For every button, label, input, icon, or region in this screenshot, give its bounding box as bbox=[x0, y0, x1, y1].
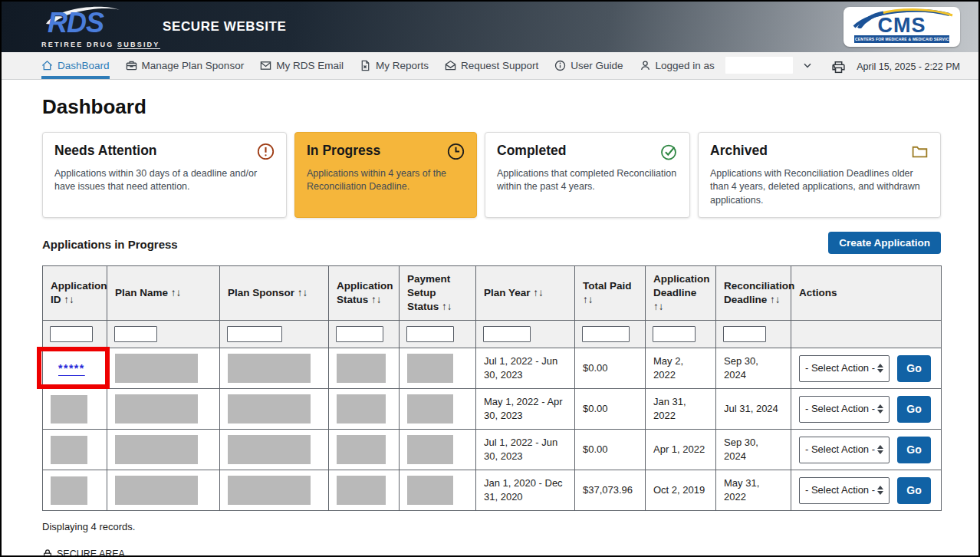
column-header-plan-sponsor[interactable]: Plan Sponsor ↑↓ bbox=[220, 265, 329, 321]
go-button[interactable]: Go bbox=[897, 396, 931, 423]
sort-icon: ↑↓ bbox=[64, 294, 74, 305]
check-circle-icon bbox=[660, 143, 678, 160]
card-needs-attention[interactable]: Needs Attention Applications within 30 d… bbox=[42, 132, 287, 218]
application-deadline-cell: Oct 2, 2019 bbox=[646, 470, 716, 511]
rds-logo: RDS Retiree Drug Subsidy bbox=[41, 5, 126, 48]
nav-item-label: Manage Plan Sponsor bbox=[142, 60, 245, 71]
card-description: Applications that completed Reconciliati… bbox=[497, 167, 678, 194]
column-header-application-status[interactable]: Application Status ↑↓ bbox=[329, 265, 400, 321]
card-title: Needs Attention bbox=[54, 143, 157, 159]
filter-input-plan-year[interactable] bbox=[483, 326, 531, 342]
cms-logo: CMS CENTERS FOR MEDICARE & MEDICAID SERV… bbox=[844, 7, 960, 47]
select-action-dropdown[interactable]: - Select Action - bbox=[799, 437, 890, 463]
nav-item-label: User Guide bbox=[571, 60, 623, 71]
card-in-progress[interactable]: In Progress Applications within 4 years … bbox=[294, 132, 477, 218]
nav-item-my-reports[interactable]: My Reports bbox=[360, 52, 429, 79]
table-row: Jan 1, 2020 - Dec 31, 2020 $37,073.96 Oc… bbox=[43, 470, 942, 511]
nav-item-my-rds-email[interactable]: My RDS Email bbox=[260, 52, 344, 79]
filter-input-application-status[interactable] bbox=[336, 326, 383, 342]
card-completed[interactable]: Completed Applications that completed Re… bbox=[485, 132, 690, 218]
sort-icon: ↑↓ bbox=[533, 287, 544, 298]
table-header-row: Application ID ↑↓ Plan Name ↑↓ Plan Spon… bbox=[43, 265, 942, 321]
nav-item-dashboard[interactable]: DashBoard bbox=[41, 52, 110, 79]
page-title: Dashboard bbox=[42, 95, 941, 119]
nav-item-request-support[interactable]: Request Support bbox=[445, 52, 538, 79]
briefcase-icon bbox=[126, 60, 137, 71]
application-id-link[interactable]: ***** bbox=[58, 361, 85, 376]
clock-icon bbox=[447, 143, 465, 160]
filter-input-plan-name[interactable] bbox=[114, 326, 157, 342]
column-header-actions: Actions bbox=[791, 265, 942, 321]
redacted-application-id bbox=[51, 476, 87, 505]
go-button[interactable]: Go bbox=[897, 355, 931, 382]
column-header-total-paid[interactable]: Total Paid ↑↓ bbox=[575, 265, 646, 321]
rds-secure-website-screen: RDS Retiree Drug Subsidy SECURE WEBSITE … bbox=[0, 0, 980, 557]
sort-icon: ↑↓ bbox=[653, 301, 664, 312]
redacted-application-status bbox=[337, 394, 386, 424]
card-description: Applications within 4 years of the Recon… bbox=[307, 167, 465, 194]
redacted-plan-sponsor bbox=[228, 476, 311, 505]
print-button[interactable] bbox=[831, 60, 846, 74]
top-banner: RDS Retiree Drug Subsidy SECURE WEBSITE … bbox=[2, 2, 978, 52]
plan-year-cell: Jul 1, 2022 - Jun 30, 2023 bbox=[476, 430, 575, 470]
select-action-dropdown[interactable]: - Select Action - bbox=[799, 396, 890, 423]
select-action-dropdown[interactable]: - Select Action - bbox=[799, 477, 890, 504]
column-header-application-id[interactable]: Application ID ↑↓ bbox=[43, 265, 107, 321]
nav-item-manage-plan-sponsor[interactable]: Manage Plan Sponsor bbox=[126, 52, 245, 79]
sort-icon: ↑↓ bbox=[371, 294, 382, 305]
logged-in-user-select[interactable]: Logged in as bbox=[640, 52, 811, 79]
redacted-plan-name bbox=[115, 354, 198, 383]
sort-icon: ↑↓ bbox=[770, 294, 781, 305]
redacted-application-id bbox=[51, 436, 87, 464]
lock-icon bbox=[42, 549, 53, 557]
total-paid-cell: $0.00 bbox=[575, 389, 646, 430]
printer-icon bbox=[831, 60, 846, 74]
select-updown-icon bbox=[877, 404, 883, 414]
current-datetime: April 15, 2025 - 2:22 PM bbox=[857, 61, 960, 72]
applications-table: Application ID ↑↓ Plan Name ↑↓ Plan Spon… bbox=[42, 265, 942, 512]
column-header-plan-year[interactable]: Plan Year ↑↓ bbox=[476, 265, 575, 321]
total-paid-cell: $0.00 bbox=[575, 348, 646, 389]
secure-website-label: SECURE WEBSITE bbox=[163, 19, 286, 35]
filter-cell-actions-empty bbox=[791, 321, 942, 348]
column-header-application-deadline[interactable]: Application Deadline ↑↓ bbox=[646, 265, 716, 321]
cms-tagline: CENTERS FOR MEDICARE & MEDICAID SERVICES bbox=[854, 35, 949, 43]
total-paid-cell: $0.00 bbox=[575, 430, 646, 470]
select-action-dropdown[interactable]: - Select Action - bbox=[799, 355, 890, 382]
redacted-payment-setup-status bbox=[407, 435, 453, 464]
go-button[interactable]: Go bbox=[897, 477, 931, 504]
column-header-plan-name[interactable]: Plan Name ↑↓ bbox=[107, 265, 220, 321]
filter-input-application-deadline[interactable] bbox=[653, 326, 696, 342]
select-updown-icon bbox=[877, 486, 883, 495]
card-archived[interactable]: Archived Applications with Reconciliatio… bbox=[698, 132, 941, 218]
filter-input-application-id[interactable] bbox=[50, 326, 93, 342]
secure-area-indicator: SECURE AREA bbox=[42, 549, 941, 557]
card-title: Archived bbox=[710, 143, 768, 159]
main-nav: DashBoard Manage Plan Sponsor My RDS Ema… bbox=[2, 52, 978, 80]
rds-logo-text: RDS bbox=[48, 7, 104, 39]
nav-item-user-guide[interactable]: User Guide bbox=[554, 52, 623, 79]
card-description: Applications with Reconciliation Deadlin… bbox=[710, 167, 929, 207]
filter-input-reconciliation-deadline[interactable] bbox=[723, 326, 766, 342]
nav-item-label: My RDS Email bbox=[276, 60, 344, 71]
main-content: Dashboard Needs Attention Applications w… bbox=[2, 80, 978, 557]
table-row: May 1, 2022 - Apr 30, 2023 $0.00 Jan 31,… bbox=[43, 389, 942, 430]
filter-input-total-paid[interactable] bbox=[582, 326, 630, 342]
chevron-down-icon bbox=[804, 63, 811, 68]
table-row: Jul 1, 2022 - Jun 30, 2023 $0.00 Apr 1, … bbox=[43, 430, 942, 470]
go-button[interactable]: Go bbox=[897, 437, 931, 463]
table-row: ***** Jul 1, 2022 - Jun 30, 2023 $0.00 M… bbox=[43, 348, 942, 389]
reconciliation-deadline-cell: Sep 30, 2024 bbox=[716, 348, 791, 389]
nav-item-label: Request Support bbox=[461, 60, 538, 71]
filter-input-plan-sponsor[interactable] bbox=[227, 326, 282, 342]
create-application-button[interactable]: Create Application bbox=[828, 232, 941, 254]
column-header-payment-setup-status[interactable]: Payment Setup Status ↑↓ bbox=[400, 265, 476, 321]
person-icon bbox=[640, 60, 651, 71]
home-icon bbox=[41, 60, 53, 71]
redacted-payment-setup-status bbox=[407, 476, 453, 505]
card-title: Completed bbox=[497, 143, 566, 159]
column-header-reconciliation-deadline[interactable]: Reconciliation Deadline ↑↓ bbox=[716, 265, 791, 321]
logged-in-label: Logged in as bbox=[656, 60, 715, 71]
filter-input-payment-setup-status[interactable] bbox=[406, 326, 454, 342]
plan-year-cell: Jul 1, 2022 - Jun 30, 2023 bbox=[476, 348, 575, 389]
